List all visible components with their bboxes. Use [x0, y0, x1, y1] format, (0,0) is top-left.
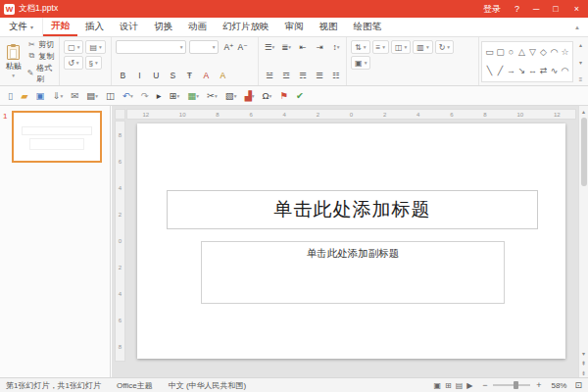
media-icon[interactable]: ▧▾	[222, 88, 240, 104]
open-folder-icon[interactable]: ▰	[18, 88, 30, 104]
font-size-select[interactable]: ▾	[189, 40, 219, 54]
slideshow-button[interactable]: ▶	[466, 381, 472, 390]
strikethrough-button[interactable]: Ŧ	[182, 69, 196, 82]
shape-triangle[interactable]: △	[516, 47, 527, 57]
smartart-button[interactable]: ◫▾	[391, 40, 411, 54]
shape-star[interactable]: ☆	[560, 47, 570, 57]
tab-home[interactable]: 开始	[43, 18, 77, 36]
tab-insert[interactable]: 插入	[77, 18, 112, 36]
numbering-button[interactable]: ≣▾	[279, 40, 293, 54]
zoom-slider-handle[interactable]	[514, 381, 518, 389]
fit-to-window-button[interactable]: ⊡	[574, 380, 582, 390]
shapes-scroll-down-button[interactable]: ▾	[575, 59, 586, 66]
undo-icon[interactable]: ↶▾	[120, 88, 136, 104]
print-icon[interactable]: ▤▾	[83, 88, 101, 104]
scrollbar-thumb[interactable]	[581, 118, 587, 186]
close-button[interactable]: ×	[565, 0, 588, 18]
tab-view[interactable]: 视图	[312, 18, 346, 36]
bullets-button[interactable]: ☰▾	[263, 40, 276, 54]
reset-slide-button[interactable]: ↺▾	[64, 56, 82, 70]
scroll-down-button[interactable]: ▾	[582, 348, 585, 358]
align-text-button[interactable]: ≡▾	[372, 40, 389, 54]
screenshot-icon[interactable]: ✂▾	[204, 88, 220, 104]
align-left-button[interactable]: ☱	[263, 69, 276, 82]
zoom-out-button[interactable]: −	[480, 380, 489, 390]
reading-view-button[interactable]: ▤	[456, 381, 464, 390]
new-slide-button[interactable]: ▢▾	[64, 40, 83, 54]
decrease-indent-button[interactable]: ⇤	[296, 40, 310, 54]
format-painter-button[interactable]: ✎格式刷	[26, 63, 55, 84]
tab-design[interactable]: 设计	[112, 18, 146, 36]
tab-slideshow[interactable]: 幻灯片放映	[215, 18, 277, 36]
align-right-button[interactable]: ☴	[296, 69, 310, 82]
shape-curve[interactable]: ∿	[549, 66, 560, 75]
copy-button[interactable]: ⧉复制	[26, 51, 55, 62]
decrease-font-size-button[interactable]: A⁻	[236, 40, 250, 54]
slide-section-button[interactable]: §▾	[85, 56, 102, 70]
shapes-scroll-up-button[interactable]: ▴	[575, 41, 586, 48]
new-file-icon[interactable]: ▯	[5, 88, 16, 104]
login-button[interactable]: 登录	[476, 0, 508, 18]
justify-button[interactable]: ☰	[313, 69, 326, 82]
shape-double-arrow[interactable]: ↔	[527, 66, 538, 75]
shape-down-triangle[interactable]: ▽	[527, 47, 538, 57]
normal-view-button[interactable]: ▣	[433, 381, 441, 390]
tab-review[interactable]: 审阅	[277, 18, 312, 36]
collapse-ribbon-button[interactable]: ▲	[566, 18, 588, 36]
next-slide-button[interactable]: ⇟	[581, 368, 586, 377]
zoom-level[interactable]: 58%	[547, 381, 566, 390]
tab-transitions[interactable]: 切换	[146, 18, 180, 36]
help-button[interactable]: ?	[508, 0, 526, 18]
highlight-color-button[interactable]: A	[216, 69, 229, 82]
slide-page[interactable]: 单击此处添加标题 单击此处添加副标题	[137, 123, 565, 359]
previous-slide-button[interactable]: ⇞	[581, 358, 586, 368]
columns-button[interactable]: ▥▾	[413, 40, 432, 54]
arrange-button[interactable]: ▣▾	[351, 56, 370, 70]
shape-line-up[interactable]: ╱	[495, 66, 506, 75]
export-icon[interactable]: ⇓▾	[50, 88, 67, 104]
image-icon[interactable]: ▦▾	[184, 88, 202, 104]
shape-ellipse[interactable]: ○	[506, 47, 516, 57]
align-center-button[interactable]: ☲	[279, 69, 293, 82]
shape-rectangle[interactable]: ▭	[484, 47, 495, 57]
symbol-icon[interactable]: Ω▾	[260, 88, 275, 104]
shape-arc[interactable]: ◠	[549, 47, 560, 57]
distribute-button[interactable]: ☷	[329, 69, 343, 82]
flag-icon[interactable]: ⚑	[276, 88, 291, 104]
check-icon[interactable]: ✔	[293, 88, 307, 104]
zoom-slider[interactable]	[493, 384, 530, 386]
shape-connector[interactable]: ⇄	[538, 66, 549, 75]
title-placeholder[interactable]: 单击此处添加标题	[167, 190, 538, 229]
line-spacing-button[interactable]: ↕▾	[329, 40, 343, 54]
chart-icon[interactable]: ▟▾	[241, 88, 257, 104]
increase-font-size-button[interactable]: A⁺	[221, 40, 235, 54]
underline-button[interactable]: U	[149, 69, 163, 82]
maximize-button[interactable]: □	[546, 0, 564, 18]
italic-button[interactable]: I	[132, 69, 146, 82]
text-shadow-button[interactable]: S	[166, 69, 179, 82]
zoom-in-button[interactable]: +	[534, 380, 543, 390]
minimize-button[interactable]: ─	[526, 0, 546, 18]
rotate-button[interactable]: ↻▾	[435, 40, 454, 54]
email-icon[interactable]: ✉	[68, 88, 81, 104]
shape-diamond[interactable]: ◇	[538, 47, 549, 57]
font-color-button[interactable]: A	[199, 69, 213, 82]
slide-sorter-button[interactable]: ⊞	[445, 381, 452, 390]
font-name-select[interactable]: ▾	[116, 40, 186, 54]
slide-layout-button[interactable]: ▤▾	[85, 40, 105, 54]
tab-draw[interactable]: 绘图笔	[346, 18, 390, 36]
shape-line[interactable]: ╲	[484, 66, 495, 75]
file-menu-button[interactable]: 文件▾	[0, 18, 43, 36]
shape-arrow[interactable]: →	[506, 66, 516, 75]
bold-button[interactable]: B	[116, 69, 129, 82]
save-icon[interactable]: ▣	[33, 88, 48, 104]
shape-arrow-diagonal[interactable]: ↘	[516, 66, 527, 75]
cut-button[interactable]: ✂剪切	[26, 39, 55, 50]
tab-animation[interactable]: 动画	[180, 18, 215, 36]
table-icon[interactable]: ⊞▾	[166, 88, 182, 104]
shape-freeform[interactable]: ◠	[560, 66, 570, 75]
vertical-scrollbar[interactable]: ▴ ▾ ⇞ ⇟	[578, 106, 588, 377]
shape-rounded-rectangle[interactable]: ▢	[495, 47, 506, 57]
select-tool-icon[interactable]: ▸	[154, 88, 165, 104]
scroll-up-button[interactable]: ▴	[582, 106, 585, 116]
